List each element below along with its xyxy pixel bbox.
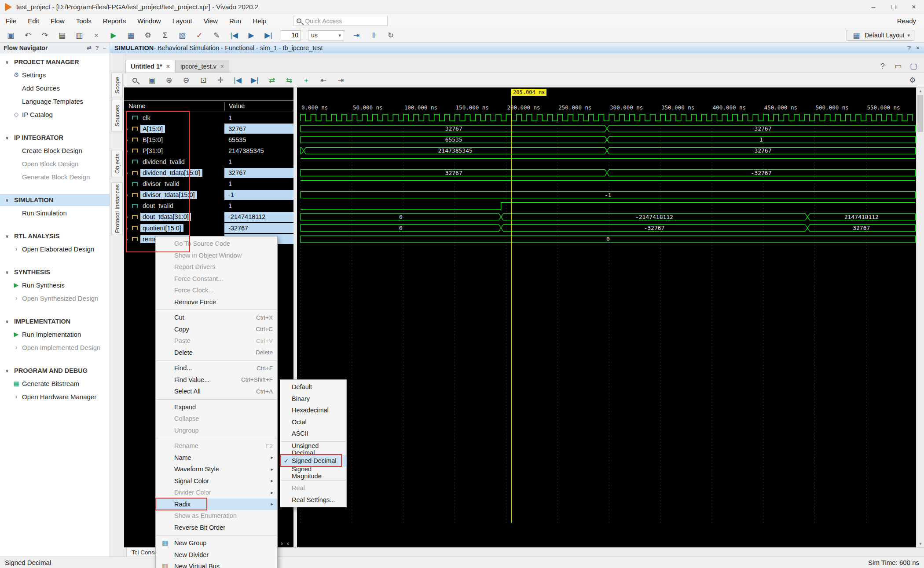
- close-tab-icon[interactable]: ×: [166, 63, 170, 70]
- copy-icon[interactable]: ▤: [57, 32, 67, 39]
- sum-icon[interactable]: Σ: [160, 32, 170, 39]
- expander-icon[interactable]: ›: [124, 125, 131, 132]
- scroll-down-icon[interactable]: ▼: [917, 540, 924, 547]
- doc-tab-untitled-1[interactable]: Untitled 1*×: [125, 60, 175, 73]
- flow-item-create-block-design[interactable]: Create Block Design: [0, 144, 110, 157]
- close-icon[interactable]: ×: [916, 44, 920, 51]
- expander-icon[interactable]: ›: [124, 225, 131, 232]
- context-menu-item-name[interactable]: Name▸: [156, 452, 277, 464]
- section-collapse-icon[interactable]: ∨: [5, 234, 11, 239]
- expander-icon[interactable]: ›: [124, 213, 131, 220]
- maximize-icon[interactable]: ▢: [908, 62, 919, 70]
- flow-section-header-ip-integrator[interactable]: ∨IP INTEGRATOR: [0, 131, 110, 144]
- menu-layout[interactable]: Layout: [167, 14, 198, 28]
- context-menu-item-find[interactable]: Find...Ctrl+F: [156, 362, 277, 374]
- section-collapse-icon[interactable]: ∨: [5, 60, 11, 65]
- side-tab-sources[interactable]: Sources: [111, 100, 123, 131]
- add-marker-icon[interactable]: +: [301, 76, 312, 84]
- flow-section-header-simulation[interactable]: ∨SIMULATION: [0, 194, 110, 206]
- minimize-icon[interactable]: –: [103, 44, 106, 51]
- flow-section-header-rtl-analysis[interactable]: ∨RTL ANALYSIS: [0, 230, 110, 242]
- settings-icon[interactable]: ⚙: [143, 32, 153, 39]
- undo-icon[interactable]: ↶: [22, 32, 33, 39]
- relaunch-icon[interactable]: ↻: [385, 32, 396, 39]
- minimize-button[interactable]: –: [863, 0, 884, 14]
- side-tab-objects[interactable]: Objects: [111, 150, 123, 177]
- flow-item-run-synthesis[interactable]: ▶Run Synthesis: [0, 278, 110, 291]
- dock-icon[interactable]: ⇄: [87, 44, 92, 51]
- signal-row-divisor-tdata-15-0[interactable]: ›divisor_tdata[15:0]-1: [124, 189, 293, 200]
- help-icon[interactable]: ?: [877, 62, 888, 70]
- float-icon[interactable]: ▭: [893, 62, 903, 70]
- flow-item-ip-catalog[interactable]: ◇IP Catalog: [0, 108, 110, 121]
- signal-row-p-31-0[interactable]: ›P[31:0]2147385345: [124, 145, 293, 156]
- close-button[interactable]: ×: [904, 0, 924, 14]
- context-menu-item-reverse-bit-order[interactable]: Reverse Bit Order: [156, 522, 277, 534]
- zoom-in-icon[interactable]: ⊕: [164, 76, 174, 84]
- radix-option-signed-decimal[interactable]: ✓Signed Decimal: [280, 455, 346, 467]
- expander-icon[interactable]: ›: [124, 169, 131, 176]
- maximize-button[interactable]: □: [884, 0, 904, 14]
- section-collapse-icon[interactable]: ∨: [5, 135, 11, 140]
- radix-option-octal[interactable]: Octal: [280, 416, 346, 428]
- context-menu-item-new-group[interactable]: ▦New Group: [156, 537, 277, 549]
- flow-section-header-synthesis[interactable]: ∨SYNTHESIS: [0, 266, 110, 278]
- signal-row-dividend-tdata-15-0[interactable]: ›dividend_tdata[15:0]32767: [124, 167, 293, 178]
- context-menu-item-new-divider[interactable]: New Divider: [156, 549, 277, 561]
- flow-item-open-implemented-design[interactable]: ›Open Implemented Design: [0, 341, 110, 354]
- flow-item-settings[interactable]: ⚙Settings: [0, 68, 110, 81]
- flow-item-language-templates[interactable]: Language Templates: [0, 95, 110, 108]
- signal-name[interactable]: quotient[15:0]: [140, 224, 183, 232]
- redo-icon[interactable]: ↷: [40, 32, 50, 39]
- section-collapse-icon[interactable]: ∨: [5, 198, 11, 203]
- expander-icon[interactable]: ›: [124, 136, 131, 143]
- menu-edit[interactable]: Edit: [22, 14, 45, 28]
- signal-row-dout-tvalid[interactable]: dout_tvalid1: [124, 200, 293, 211]
- signal-name[interactable]: dividend_tvalid: [140, 158, 187, 166]
- signal-row-b-15-0[interactable]: ›B[15:0]65535: [124, 134, 293, 145]
- save-waveform-icon[interactable]: ▣: [147, 76, 157, 84]
- menu-file[interactable]: File: [0, 14, 22, 28]
- flow-item-generate-bitstream[interactable]: ▦Generate Bitstream: [0, 377, 110, 390]
- flow-item-open-elaborated-design[interactable]: ›Open Elaborated Design: [0, 242, 110, 255]
- context-menu-item-signal-color[interactable]: Signal Color▸: [156, 475, 277, 487]
- goto-time-icon[interactable]: ⇆: [284, 76, 294, 84]
- menu-tools[interactable]: Tools: [70, 14, 97, 28]
- signal-row-quotient-15-0[interactable]: ›quotient[15:0]-32767: [124, 222, 293, 233]
- flow-item-open-block-design[interactable]: Open Block Design: [0, 157, 110, 170]
- signal-row-a-15-0[interactable]: ›A[15:0]32767: [124, 123, 293, 134]
- flow-section-header-implementation[interactable]: ∨IMPLEMENTATION: [0, 315, 110, 328]
- radix-option-signed-magnitude[interactable]: Signed Magnitude: [280, 467, 346, 479]
- context-menu-item-radix[interactable]: Radix▸: [156, 499, 277, 510]
- value-column-header[interactable]: Value: [224, 102, 245, 111]
- radix-option-binary[interactable]: Binary: [280, 393, 346, 405]
- help-icon[interactable]: ?: [907, 44, 911, 51]
- delete-icon[interactable]: ×: [91, 32, 102, 39]
- menu-reports[interactable]: Reports: [97, 14, 132, 28]
- flow-item-run-simulation[interactable]: Run Simulation: [0, 206, 110, 219]
- context-menu-item-remove-force[interactable]: Remove Force: [156, 296, 277, 308]
- validate-icon[interactable]: ✓: [194, 32, 205, 39]
- radix-option-ascii[interactable]: ASCII: [280, 428, 346, 440]
- run-icon[interactable]: ▶: [108, 32, 119, 39]
- expander-icon[interactable]: ›: [124, 147, 131, 154]
- signal-name[interactable]: clk: [140, 114, 153, 122]
- waveform-area[interactable]: 32767-327676553512147385345-3276732767-3…: [297, 87, 916, 547]
- edit-icon[interactable]: ✎: [211, 32, 222, 39]
- scroll-left-icon[interactable]: ‹: [287, 539, 289, 547]
- context-menu-item-copy[interactable]: CopyCtrl+C: [156, 324, 277, 335]
- run-for-icon[interactable]: ▶|: [263, 32, 274, 39]
- scroll-up-icon[interactable]: ▲: [917, 87, 924, 95]
- flow-item-open-hardware-manager[interactable]: ›Open Hardware Manager: [0, 390, 110, 403]
- menu-view[interactable]: View: [198, 14, 224, 28]
- report-icon[interactable]: ▧: [177, 32, 187, 39]
- expander-icon[interactable]: ›: [124, 236, 131, 243]
- signal-name[interactable]: dout_tvalid: [140, 202, 176, 210]
- previous-transition-icon[interactable]: |◀: [232, 76, 243, 84]
- layout-select[interactable]: ▦ Default Layout ▾: [847, 30, 914, 41]
- signal-name[interactable]: dout_tdata[31:0]: [140, 213, 191, 221]
- step-icon[interactable]: ⇥: [351, 32, 362, 39]
- context-menu-item-new-virtual-bus[interactable]: ▥New Virtual Bus: [156, 561, 277, 568]
- menu-run[interactable]: Run: [224, 14, 247, 28]
- paste-icon[interactable]: ▥: [74, 32, 84, 39]
